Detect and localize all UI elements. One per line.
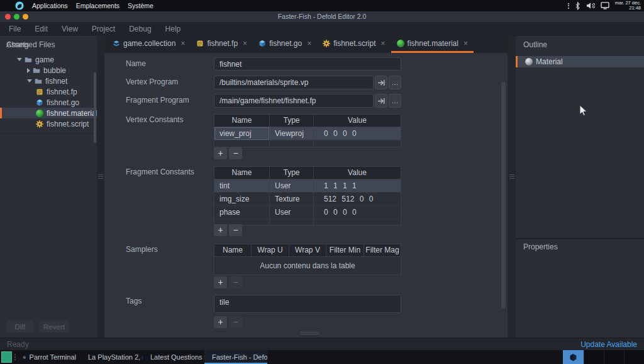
constant-name-cell[interactable]: img_size xyxy=(214,193,270,205)
constant-name-cell[interactable]: tint xyxy=(214,179,270,192)
vertex-program-open-button[interactable] xyxy=(375,76,387,89)
active-window-icon-cell[interactable] xyxy=(563,350,584,364)
tree-item-fishnet-go[interactable]: fishnet.go xyxy=(0,97,97,108)
workspace-preview[interactable] xyxy=(1,351,12,363)
revert-button[interactable]: Revert xyxy=(39,321,69,333)
column-header[interactable]: Wrap V xyxy=(289,244,326,257)
parrot-logo-icon[interactable] xyxy=(15,1,24,10)
tab-fishnet-script[interactable]: fishnet.script × xyxy=(317,36,391,53)
fragment-program-open-button[interactable] xyxy=(375,94,387,108)
menu-view[interactable]: View xyxy=(55,25,85,33)
fragment-program-browse-button[interactable]: … xyxy=(389,94,401,108)
column-header[interactable]: Value xyxy=(314,115,401,127)
menu-debug[interactable]: Debug xyxy=(122,25,158,33)
add-row-button[interactable]: + xyxy=(214,276,227,288)
window-close-button[interactable] xyxy=(5,14,11,20)
workspace-pager-cell[interactable] xyxy=(624,350,644,364)
add-row-button[interactable]: + xyxy=(214,224,227,236)
column-header[interactable]: Filter Min xyxy=(326,244,364,257)
expander-open-icon[interactable] xyxy=(27,79,32,82)
tab-game-collection[interactable]: game.collection × xyxy=(107,36,191,53)
vertex-program-input[interactable] xyxy=(214,76,374,89)
desktop-menu-emplacements[interactable]: Emplacements xyxy=(76,2,119,9)
panel-overflow-dots-icon[interactable] xyxy=(568,2,569,9)
tree-item-fishnet[interactable]: fishnet xyxy=(0,76,97,86)
workspace-pager-cell[interactable] xyxy=(584,350,604,364)
bottom-splitter-grip[interactable] xyxy=(301,331,319,336)
splitter-grip[interactable] xyxy=(509,173,514,180)
column-header[interactable]: Filter Mag xyxy=(364,244,401,257)
volume-icon[interactable] xyxy=(586,2,595,9)
tab-close-icon[interactable]: × xyxy=(464,39,468,48)
tab-fishnet-go[interactable]: fishnet.go × xyxy=(253,36,317,53)
name-input[interactable] xyxy=(214,57,401,71)
task-parrot-terminal[interactable]: Parrot Terminal xyxy=(18,350,80,364)
assets-scrollbar-thumb[interactable] xyxy=(94,72,96,143)
table-row[interactable]: view_proj Viewproj 0 0 0 0 xyxy=(214,127,401,140)
expander-open-icon[interactable] xyxy=(17,58,22,61)
tree-item-bubble[interactable]: bubble xyxy=(0,65,97,76)
right-splitter[interactable] xyxy=(508,36,516,338)
constant-value-cell[interactable]: 1 1 1 1 xyxy=(314,179,401,192)
tree-item-fishnet-material[interactable]: fishnet.material xyxy=(0,108,97,118)
tree-item-game[interactable]: game xyxy=(0,54,97,65)
task-defold-editor[interactable]: Faster-Fish - Defold Edi... xyxy=(204,350,267,364)
tags-input[interactable]: tile xyxy=(214,295,401,313)
expander-closed-icon[interactable] xyxy=(27,68,30,73)
window-maximize-button[interactable] xyxy=(14,14,19,20)
clock[interactable]: mar. 27 déc. 21:48 xyxy=(615,1,641,11)
tree-item-fishnet-fp[interactable]: fishnet.fp xyxy=(0,86,97,97)
outline-item-material[interactable]: Material xyxy=(516,56,644,67)
window-minimize-button[interactable] xyxy=(23,14,28,20)
column-header[interactable]: Type xyxy=(270,115,314,127)
remove-row-button[interactable]: − xyxy=(229,316,242,328)
tab-fishnet-material[interactable]: fishnet.material × xyxy=(391,36,474,53)
constant-name-cell[interactable]: view_proj xyxy=(214,127,270,140)
constant-type-cell[interactable]: User xyxy=(270,179,314,192)
menu-help[interactable]: Help xyxy=(158,25,188,33)
constant-value-cell[interactable]: 512 512 0 0 xyxy=(314,193,401,205)
add-row-button[interactable]: + xyxy=(214,147,227,159)
diff-button[interactable]: Diff xyxy=(6,321,34,333)
menu-file[interactable]: File xyxy=(2,25,28,33)
panel-divider[interactable] xyxy=(516,238,644,239)
editor-scrollbar-thumb[interactable] xyxy=(501,82,506,309)
column-header[interactable]: Value xyxy=(314,167,401,179)
constant-value-cell[interactable]: 0 0 0 0 xyxy=(314,127,401,140)
constant-type-cell[interactable]: Texture xyxy=(270,193,314,205)
column-header[interactable]: Name xyxy=(214,167,270,179)
add-row-button[interactable]: + xyxy=(214,316,227,328)
table-row[interactable]: phase User 0 0 0 0 xyxy=(214,206,401,219)
menu-project[interactable]: Project xyxy=(85,25,122,33)
constant-value-cell[interactable]: 0 0 0 0 xyxy=(314,206,401,219)
tree-item-fishnet-script[interactable]: fishnet.script xyxy=(0,118,97,129)
column-header[interactable]: Type xyxy=(270,167,314,179)
vertex-program-browse-button[interactable]: … xyxy=(389,76,401,89)
table-row[interactable]: img_size Texture 512 512 0 0 xyxy=(214,193,401,206)
constant-type-cell[interactable]: User xyxy=(270,206,314,219)
remove-row-button[interactable]: − xyxy=(229,147,242,159)
splitter-grip[interactable] xyxy=(98,173,103,180)
desktop-menu-systeme[interactable]: Système xyxy=(128,2,153,9)
tab-close-icon[interactable]: × xyxy=(381,39,386,48)
fragment-program-input[interactable] xyxy=(214,94,374,108)
table-row[interactable]: tint User 1 1 1 1 xyxy=(214,179,401,193)
display-icon[interactable] xyxy=(601,2,609,9)
bluetooth-icon[interactable] xyxy=(575,2,580,10)
tab-fishnet-fp[interactable]: fishnet.fp × xyxy=(191,36,253,53)
menu-edit[interactable]: Edit xyxy=(28,25,55,33)
workspace-pager-cell[interactable] xyxy=(604,350,624,364)
left-splitter[interactable] xyxy=(97,36,104,338)
update-available-link[interactable]: Update Available xyxy=(580,340,637,349)
tab-close-icon[interactable]: × xyxy=(243,39,247,48)
remove-row-button[interactable]: − xyxy=(229,224,242,236)
remove-row-button[interactable]: − xyxy=(229,276,242,288)
desktop-menu-applications[interactable]: Applications xyxy=(32,2,68,9)
tab-close-icon[interactable]: × xyxy=(180,39,185,48)
task-firefox-questions[interactable]: Latest Questions topics... xyxy=(143,350,204,364)
column-header[interactable]: Wrap U xyxy=(252,244,289,257)
column-header[interactable]: Name xyxy=(214,115,270,127)
tab-close-icon[interactable]: × xyxy=(307,39,311,48)
constant-type-cell[interactable]: Viewproj xyxy=(270,127,314,140)
taskbar-handle-dots-icon[interactable] xyxy=(14,353,16,361)
